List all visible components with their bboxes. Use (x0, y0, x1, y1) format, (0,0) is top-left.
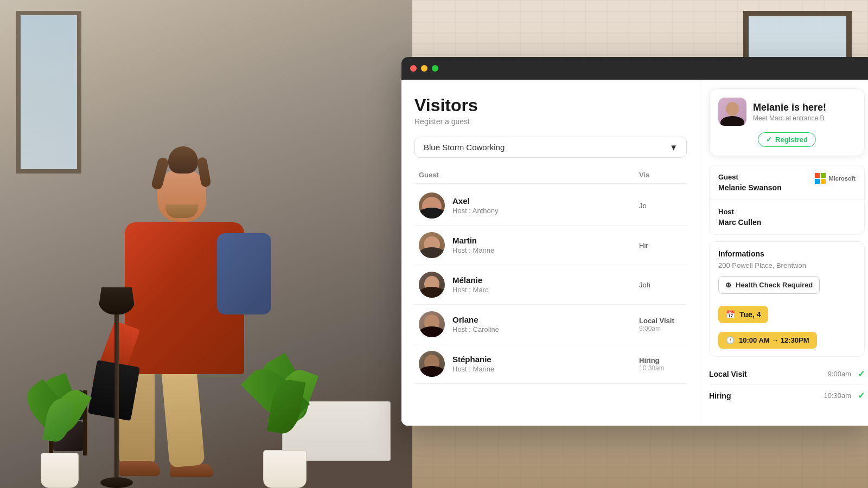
registered-badge-container: ✓ Registred (718, 132, 856, 147)
visitor-type-axel: Jo (639, 202, 682, 210)
notification-subtitle: Meet Marc at entrance B (753, 114, 826, 122)
visitor-row-stephanie[interactable]: Stéphanie Host : Marine Hiring 10:30am (414, 344, 687, 384)
visitor-row-melanie[interactable]: Mélanie Host : Marc Joh (414, 265, 687, 305)
guest-name: Melanie Swanson (718, 183, 782, 192)
detail-panel: Melanie is here! Meet Marc at entrance B… (700, 80, 868, 426)
notification-card: Melanie is here! Meet Marc at entrance B… (709, 88, 865, 156)
visitor-row-martin[interactable]: Martin Host : Marine Hir (414, 226, 687, 265)
date-badge: 📅 Tue, 4 (718, 306, 768, 323)
visitor-row-axel[interactable]: Axel Host : Anthony Jo (414, 186, 687, 226)
visitor-host-axel: Host : Anthony (452, 207, 499, 215)
person-torso (125, 222, 244, 374)
visitor-name-orlane: Orlane (452, 315, 499, 324)
svg-rect-2 (815, 179, 820, 184)
health-check-label: Health Check Required (736, 281, 813, 289)
notification-avatar (718, 98, 746, 126)
visitor-type-melanie: Joh (639, 281, 682, 289)
visitor-details-orlane: Orlane Host : Caroline (452, 315, 499, 333)
lamp-pole (114, 314, 119, 477)
avatar-axel (419, 192, 445, 219)
notification-header: Melanie is here! Meet Marc at entrance B (718, 98, 856, 126)
health-check-badge: ⊕ Health Check Required (718, 276, 820, 294)
visitor-type-martin: Hir (639, 241, 682, 249)
calendar-icon: 📅 (726, 310, 735, 319)
lamp (98, 287, 136, 488)
guest-section: Guest Melanie Swanson Microsoft (710, 165, 864, 200)
app-content: Visitors Register a guest Blue Storm Cow… (401, 80, 868, 426)
host-section: Host Marc Cullen (710, 200, 864, 234)
visitor-type-stephanie: Hiring 10:30am (639, 356, 682, 372)
host-name: Marc Cullen (718, 218, 856, 227)
svg-rect-3 (821, 179, 826, 184)
visitor-info-melanie: Mélanie Host : Marc (419, 272, 639, 298)
table-header: Guest Vis (414, 171, 687, 184)
registered-badge: ✓ Registred (758, 132, 816, 147)
visit-time-hiring: 10:30am (824, 391, 851, 400)
visit-column-header: Vis (639, 171, 682, 179)
visitors-panel: Visitors Register a guest Blue Storm Cow… (401, 80, 700, 426)
app-window: Visitors Register a guest Blue Storm Cow… (401, 57, 868, 426)
guest-column-header: Guest (419, 171, 639, 179)
visitor-host-martin: Host : Marine (452, 246, 494, 254)
avatar-melanie (419, 272, 445, 298)
maximize-dot[interactable] (432, 65, 438, 72)
visitor-name-stephanie: Stéphanie (452, 355, 494, 364)
visitor-info-stephanie: Stéphanie Host : Marine (419, 351, 639, 377)
check-icon-hiring: ✓ (858, 390, 865, 401)
visitor-type-orlane: Local Visit 9:00am (639, 317, 682, 332)
visitor-details-martin: Martin Host : Marine (452, 236, 494, 254)
person-head (157, 168, 206, 222)
visit-rows: Local Visit 9:00am ✓ Hiring 10:30am ✓ (709, 363, 865, 406)
avatar-stephanie (419, 351, 445, 377)
svg-rect-0 (815, 173, 820, 178)
visitor-name-axel: Axel (452, 196, 499, 206)
visit-type-local: Local Visit (709, 370, 828, 378)
guest-info: Guest Melanie Swanson (718, 173, 782, 192)
visit-row-hiring[interactable]: Hiring 10:30am ✓ (709, 385, 865, 406)
registered-label: Registred (775, 136, 808, 144)
microsoft-logo: Microsoft (815, 173, 856, 184)
microsoft-label: Microsoft (829, 175, 856, 182)
window-left (16, 11, 81, 174)
notification-title: Melanie is here! (753, 102, 826, 113)
detail-info: Guest Melanie Swanson Microsoft (709, 165, 865, 235)
visitor-name-melanie: Mélanie (452, 275, 488, 285)
time-badge: 🕐 10:00 AM → 12:30PM (718, 332, 817, 349)
visitors-subtitle: Register a guest (414, 117, 687, 126)
notification-text: Melanie is here! Meet Marc at entrance B (753, 102, 826, 122)
minimize-dot[interactable] (421, 65, 427, 72)
close-dot[interactable] (410, 65, 417, 72)
info-section: Informations 200 Powell Place, Brentwon … (709, 241, 865, 357)
plant-left (27, 344, 92, 488)
visitor-details-melanie: Mélanie Host : Marc (452, 275, 488, 294)
chevron-down-icon: ▼ (669, 143, 678, 152)
visitor-details-axel: Axel Host : Anthony (452, 196, 499, 215)
visitor-info-orlane: Orlane Host : Caroline (419, 311, 639, 337)
visitor-row-orlane[interactable]: Orlane Host : Caroline Local Visit 9:00a… (414, 305, 687, 344)
visitor-name-martin: Martin (452, 236, 494, 245)
info-title: Informations (718, 249, 856, 258)
visitor-host-melanie: Host : Marc (452, 286, 488, 294)
check-icon: ✓ (766, 136, 772, 144)
host-label: Host (718, 208, 856, 216)
visit-type-hiring: Hiring (709, 391, 824, 400)
visit-row-local[interactable]: Local Visit 9:00am ✓ (709, 363, 865, 385)
svg-rect-1 (821, 173, 826, 178)
plant-right (250, 331, 320, 488)
guest-section-content: Guest Melanie Swanson Microsoft (718, 173, 856, 192)
avatar-orlane (419, 311, 445, 337)
info-address: 200 Powell Place, Brentwon (718, 261, 856, 269)
location-dropdown[interactable]: Blue Storm Coworking ▼ (414, 137, 687, 158)
health-check-icon: ⊕ (725, 281, 731, 289)
visit-time-local: 9:00am (828, 370, 851, 378)
visitor-info-axel: Axel Host : Anthony (419, 192, 639, 219)
location-label: Blue Storm Coworking (424, 143, 505, 152)
visitor-host-orlane: Host : Caroline (452, 325, 499, 333)
lamp-shade (98, 287, 136, 314)
time-label: 10:00 AM → 12:30PM (739, 336, 809, 344)
microsoft-icon (815, 173, 826, 184)
date-label: Tue, 4 (739, 310, 761, 319)
visitor-host-stephanie: Host : Marine (452, 365, 494, 373)
lamp-base (100, 477, 133, 488)
visitor-details-stephanie: Stéphanie Host : Marine (452, 355, 494, 373)
